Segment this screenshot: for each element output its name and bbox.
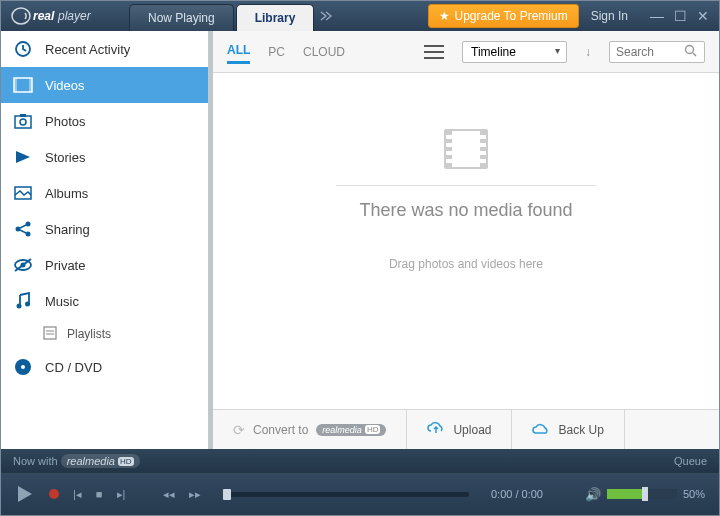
backup-button[interactable]: Back Up <box>512 410 624 449</box>
play-button[interactable] <box>15 484 35 504</box>
record-icon <box>49 489 59 499</box>
titlebar: real player Now Playing Library ★ Upgrad… <box>1 1 719 31</box>
playlist-icon <box>43 326 57 343</box>
empty-headline: There was no media found <box>359 200 572 221</box>
app-logo: real player <box>1 1 129 31</box>
previous-button[interactable]: |◂ <box>73 488 82 501</box>
empty-subline: Drag photos and videos here <box>389 257 543 271</box>
sidebar-item-label: Music <box>45 294 79 309</box>
record-button[interactable] <box>49 489 59 499</box>
volume-slider[interactable] <box>607 489 677 499</box>
album-icon <box>13 183 33 203</box>
sidebar-item-private[interactable]: Private <box>1 247 208 283</box>
sidebar-item-sharing[interactable]: Sharing <box>1 211 208 247</box>
star-icon: ★ <box>439 9 450 23</box>
body: Recent Activity Videos Photos Stories Al… <box>1 31 719 449</box>
sort-dropdown[interactable]: Timeline <box>462 41 567 63</box>
player-controls: |◂ ■ ▸| ◂◂ ▸▸ 0:00 / 0:00 🔊 50% <box>1 473 719 515</box>
convert-button[interactable]: ⟳ Convert to realmedia HD <box>213 410 407 449</box>
time-display: 0:00 / 0:00 <box>491 488 543 500</box>
svg-rect-21 <box>44 327 56 339</box>
cloud-icon <box>532 422 550 438</box>
svg-rect-5 <box>14 78 17 92</box>
minimize-button[interactable]: — <box>650 8 664 24</box>
library-toolbar: ALL PC CLOUD Timeline ↓ <box>213 31 719 73</box>
upgrade-label: Upgrade To Premium <box>454 9 567 23</box>
close-button[interactable]: ✕ <box>697 8 709 24</box>
svg-point-19 <box>25 302 30 307</box>
seek-bar[interactable] <box>223 492 469 497</box>
search-box[interactable] <box>609 41 705 63</box>
sidebar-item-cd-dvd[interactable]: CD / DVD <box>1 349 208 385</box>
volume-control: 🔊 50% <box>585 487 705 502</box>
queue-link[interactable]: Queue <box>674 455 707 467</box>
sidebar-item-albums[interactable]: Albums <box>1 175 208 211</box>
upgrade-button[interactable]: ★ Upgrade To Premium <box>428 4 578 28</box>
tab-library[interactable]: Library <box>236 4 315 31</box>
next-button[interactable]: ▸| <box>117 488 126 501</box>
sidebar-item-label: Private <box>45 258 85 273</box>
view-toggle-button[interactable] <box>424 45 444 59</box>
filter-cloud[interactable]: CLOUD <box>303 41 345 63</box>
filter-pc[interactable]: PC <box>268 41 285 63</box>
disc-icon <box>13 357 33 377</box>
svg-point-13 <box>26 222 31 227</box>
sign-in-link[interactable]: Sign In <box>579 1 640 31</box>
seek-knob[interactable] <box>223 489 231 500</box>
search-icon <box>684 44 697 60</box>
sidebar-item-photos[interactable]: Photos <box>1 103 208 139</box>
volume-knob[interactable] <box>642 487 648 501</box>
sidebar-item-music[interactable]: Music <box>1 283 208 319</box>
sidebar-item-label: Photos <box>45 114 85 129</box>
private-icon <box>13 255 33 275</box>
cloud-upload-icon <box>427 421 445 438</box>
film-icon <box>444 129 488 169</box>
upload-label: Upload <box>453 423 491 437</box>
svg-rect-6 <box>29 78 32 92</box>
maximize-button[interactable]: ☐ <box>674 8 687 24</box>
divider <box>336 185 596 186</box>
svg-marker-28 <box>18 486 32 502</box>
sidebar-item-stories[interactable]: Stories <box>1 139 208 175</box>
sidebar-item-label: Stories <box>45 150 85 165</box>
main-tabs: Now Playing Library <box>129 1 316 31</box>
sidebar-item-recent-activity[interactable]: Recent Activity <box>1 31 208 67</box>
tab-now-playing[interactable]: Now Playing <box>129 4 234 31</box>
sidebar-subitem-playlists[interactable]: Playlists <box>1 319 208 349</box>
app-window: real player Now Playing Library ★ Upgrad… <box>0 0 720 516</box>
refresh-icon: ⟳ <box>233 422 245 438</box>
svg-point-0 <box>12 8 30 24</box>
speaker-icon[interactable]: 🔊 <box>585 487 601 502</box>
svg-rect-9 <box>20 114 26 117</box>
status-text: Now with realmedia HD <box>13 454 140 468</box>
upload-button[interactable]: Upload <box>407 410 512 449</box>
photo-icon <box>13 111 33 131</box>
rewind-button[interactable]: ◂◂ <box>163 488 175 501</box>
action-bar: ⟳ Convert to realmedia HD Upload Back Up <box>213 409 719 449</box>
video-icon <box>13 75 33 95</box>
status-bar: Now with realmedia HD Queue <box>1 449 719 473</box>
sidebar-item-label: Playlists <box>67 327 111 341</box>
main-panel: ALL PC CLOUD Timeline ↓ There was no med… <box>209 31 719 449</box>
svg-point-14 <box>26 232 31 237</box>
svg-point-12 <box>16 227 21 232</box>
svg-text:real: real <box>33 9 55 23</box>
stop-button[interactable]: ■ <box>96 488 103 500</box>
fast-forward-button[interactable]: ▸▸ <box>189 488 201 501</box>
clock-icon <box>13 39 33 59</box>
tab-more-button[interactable] <box>316 1 338 31</box>
svg-point-8 <box>20 119 26 125</box>
convert-label: Convert to <box>253 423 308 437</box>
sidebar-item-videos[interactable]: Videos <box>1 67 208 103</box>
filter-all[interactable]: ALL <box>227 39 250 64</box>
sidebar: Recent Activity Videos Photos Stories Al… <box>1 31 209 449</box>
svg-point-25 <box>21 365 25 369</box>
sidebar-item-label: Recent Activity <box>45 42 130 57</box>
sort-direction-button[interactable]: ↓ <box>585 45 591 59</box>
svg-point-26 <box>686 45 694 53</box>
search-input[interactable] <box>616 45 684 59</box>
volume-percent: 50% <box>683 488 705 500</box>
sidebar-item-label: Sharing <box>45 222 90 237</box>
empty-state: There was no media found Drag photos and… <box>213 73 719 409</box>
backup-label: Back Up <box>558 423 603 437</box>
